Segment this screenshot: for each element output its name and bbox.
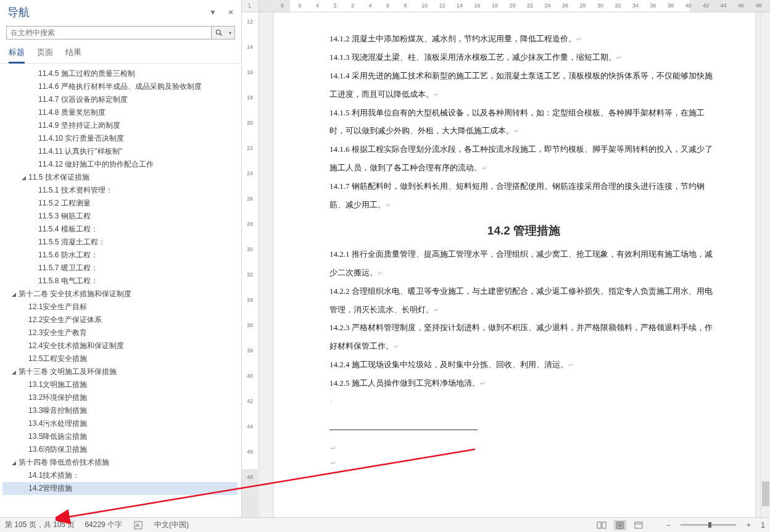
collapse-icon[interactable]: ◢ xyxy=(10,369,17,375)
outline-label: 13.4污水处理措施 xyxy=(27,418,87,429)
page-viewport[interactable]: 14.1.2 混凝土中添加粉煤灰、减水剂，节约水泥用量，降低工程造价。↵14.1… xyxy=(259,12,770,532)
outline-item[interactable]: 11.5.4 模板工程： xyxy=(2,223,238,236)
outline-label: 11.5.4 模板工程： xyxy=(37,224,98,235)
nav-close-icon[interactable]: ✕ xyxy=(228,8,234,17)
nav-dropdown-icon[interactable]: ▼ xyxy=(209,8,217,17)
collapse-icon[interactable]: ◢ xyxy=(10,291,17,297)
zoom-in-button[interactable]: + xyxy=(742,520,755,530)
outline-item[interactable]: 13.3噪音控制措施 xyxy=(2,404,238,417)
outline-label: 13.3噪音控制措施 xyxy=(27,405,87,416)
zoom-slider[interactable] xyxy=(681,524,736,526)
nav-title: 导航 xyxy=(7,5,209,20)
outline-item[interactable]: 11.5.1 技术资料管理： xyxy=(2,184,238,197)
heading-14-2[interactable]: 14.2 管理措施 xyxy=(329,214,718,245)
outline-item[interactable]: 13.2环境保护措施 xyxy=(2,391,238,404)
outline-item[interactable]: 12.3安全生产教育 xyxy=(2,326,238,339)
outline-label: 11.4.5 施工过程的质量三检制 xyxy=(37,69,135,79)
cursor-line[interactable]: | xyxy=(329,397,718,412)
outline-item[interactable]: 12.2安全生产保证体系 xyxy=(2,314,238,326)
paragraph[interactable]: 14.1.6 根据工程实际合理划分流水段，各工种按流水段施工，即节约模板、脚手架… xyxy=(329,140,718,177)
outline-item[interactable]: 13.6消防保卫措施 xyxy=(2,443,238,456)
outline-item[interactable]: 11.4.8 质量奖惩制度 xyxy=(2,106,238,119)
outline-item[interactable]: 11.5.8 电气工程： xyxy=(2,275,238,288)
vertical-ruler[interactable]: 12141618202224262830323436384042444648 xyxy=(242,12,259,532)
outline-item[interactable]: 12.5工程安全措施 xyxy=(2,352,238,365)
paragraph[interactable]: 14.2.2 合理组织水电、暖卫等专业施工，与土建密切配合，减少返工修补损失。指… xyxy=(329,282,718,319)
paragraph[interactable]: 14.2.3 严格材料管理制度，坚持按计划进料，做到不积压、减少退料，并严格限额… xyxy=(329,318,718,355)
outline-label: 11.4.9 坚持持证上岗制度 xyxy=(37,120,120,131)
status-language[interactable]: 中文(中国) xyxy=(154,520,189,530)
view-print-icon[interactable] xyxy=(614,520,626,530)
outline-item[interactable]: 12.4安全技术措施和保证制度 xyxy=(2,339,238,352)
outline-item[interactable]: 11.5.6 防水工程： xyxy=(2,249,238,262)
outline-item[interactable]: 11.4.12 做好施工中的协作配合工作 xyxy=(2,158,238,171)
horizontal-ruler[interactable]: 8642246810121416182022242628303234363840… xyxy=(259,0,770,12)
outline-item[interactable]: 11.5.2 工程测量 xyxy=(2,197,238,210)
outline-item[interactable]: 11.5.7 暖卫工程： xyxy=(2,262,238,275)
nav-tabs: 标题 页面 结果 xyxy=(0,43,241,64)
outline-item[interactable]: ◢第十三卷 文明施工及环保措施 xyxy=(2,365,238,378)
outline-label: 11.4.11 认真执行"样板制" xyxy=(37,146,122,157)
paragraph[interactable]: 14.1.2 混凝土中添加粉煤灰、减水剂，节约水泥用量，降低工程造价。↵ xyxy=(329,30,718,48)
paragraph[interactable]: 14.1.4 采用先进的施工技术和新型的施工工艺，如混凝土泵送工艺，顶板模板的快… xyxy=(329,67,718,104)
ruler-corner[interactable]: L xyxy=(242,0,259,12)
outline-label: 11.5 技术保证措施 xyxy=(27,172,89,183)
proofing-icon[interactable] xyxy=(132,520,144,530)
status-page[interactable]: 第 105 页，共 105 页 xyxy=(5,520,75,530)
outline-item[interactable]: 11.4.10 实行质量否决制度 xyxy=(2,132,238,145)
outline-item[interactable]: 11.4.7 仪器设备的标定制度 xyxy=(2,93,238,106)
paragraph[interactable]: 14.2.4 施工现场设集中垃圾站，及时集中分拣、回收、利用、清运。↵ xyxy=(329,355,718,374)
outline-item[interactable]: 11.5.3 钢筋工程 xyxy=(2,210,238,223)
paragraph[interactable]: 14.2.1 推行全面质量管理、提高施工管理水平，合理组织，减少窝工、抢工现象，… xyxy=(329,245,718,282)
search-input[interactable] xyxy=(7,27,211,39)
scrollbar-thumb[interactable] xyxy=(762,481,769,506)
paragraph[interactable]: 14.1.7 钢筋配料时，做到长料长用、短料短用，合理搭配使用。钢筋连接采用合理… xyxy=(329,177,718,214)
outline-label: 12.2安全生产保证体系 xyxy=(27,315,102,325)
outline-item[interactable]: ◢11.5 技术保证措施 xyxy=(2,171,238,184)
outline-item[interactable]: ◢第十二卷 安全技术措施和保证制度 xyxy=(2,288,238,301)
outline-item[interactable]: 11.4.9 坚持持证上岗制度 xyxy=(2,119,238,132)
collapse-icon[interactable]: ◢ xyxy=(20,175,27,181)
outline-label: 11.5.8 电气工程： xyxy=(37,276,98,286)
paragraph[interactable]: 14.2.5 施工人员操作做到工完料净场地清。↵ xyxy=(329,374,718,393)
footer-rule xyxy=(329,430,478,444)
zoom-level[interactable]: 1 xyxy=(761,521,765,530)
outline-item[interactable]: 13.5降低扬尘措施 xyxy=(2,430,238,443)
search-button[interactable] xyxy=(211,27,226,39)
paragraph[interactable]: 14.1.3 现浇混凝土梁、柱、顶板采用清水模板工艺，减少抹灰工作量，缩短工期。… xyxy=(329,48,718,67)
outline-item[interactable]: 11.4.5 施工过程的质量三检制 xyxy=(2,67,238,80)
status-word-count[interactable]: 64229 个字 xyxy=(85,520,122,530)
tab-pages[interactable]: 页面 xyxy=(37,47,53,63)
outline-item[interactable]: 14.1技术措施： xyxy=(2,469,238,482)
outline-item[interactable]: 11.4.6 严格执行材料半成品、成品采购及验收制度 xyxy=(2,80,238,93)
search-box: ▾ xyxy=(6,26,235,39)
outline-label: 11.4.7 仪器设备的标定制度 xyxy=(37,94,128,105)
outline-label: 12.5工程安全措施 xyxy=(27,354,87,364)
svg-point-0 xyxy=(216,30,220,35)
tab-headings[interactable]: 标题 xyxy=(9,47,25,64)
view-web-icon[interactable] xyxy=(632,520,645,530)
paragraph[interactable]: 14.1.5 利用我单位自有的大型机械设备，以及各种周转料，如：定型组合模板、各… xyxy=(329,104,718,141)
outline-label: 11.5.1 技术资料管理： xyxy=(37,185,113,196)
svg-line-1 xyxy=(220,34,221,36)
outline-item[interactable]: 12.1安全生产目标 xyxy=(2,301,238,314)
zoom-slider-thumb[interactable] xyxy=(708,522,711,528)
collapse-icon[interactable]: ◢ xyxy=(10,460,17,466)
outline-item[interactable]: 11.5.5 混凝土工程： xyxy=(2,236,238,249)
view-read-icon[interactable] xyxy=(595,520,608,530)
zoom-out-button[interactable]: − xyxy=(662,520,674,530)
outline-label: 13.5降低扬尘措施 xyxy=(27,431,87,442)
nav-outline[interactable]: 11.4.5 施工过程的质量三检制11.4.6 严格执行材料半成品、成品采购及验… xyxy=(0,64,241,517)
outline-item[interactable]: ◢第十四卷 降低造价技术措施 xyxy=(2,456,238,469)
outline-item[interactable]: 14.2管理措施 xyxy=(2,482,238,495)
tab-results[interactable]: 结果 xyxy=(65,47,81,63)
outline-label: 13.6消防保卫措施 xyxy=(27,444,87,455)
outline-item[interactable]: 13.1文明施工措施 xyxy=(2,378,238,391)
outline-label: 11.4.10 实行质量否决制度 xyxy=(37,133,124,144)
outline-label: 12.1安全生产目标 xyxy=(27,302,87,312)
outline-label: 11.5.2 工程测量 xyxy=(37,198,91,209)
outline-item[interactable]: 13.4污水处理措施 xyxy=(2,417,238,430)
outline-item[interactable]: 11.4.11 认真执行"样板制" xyxy=(2,145,238,158)
vertical-scrollbar[interactable] xyxy=(760,12,770,532)
search-dropdown-icon[interactable]: ▾ xyxy=(226,27,234,39)
